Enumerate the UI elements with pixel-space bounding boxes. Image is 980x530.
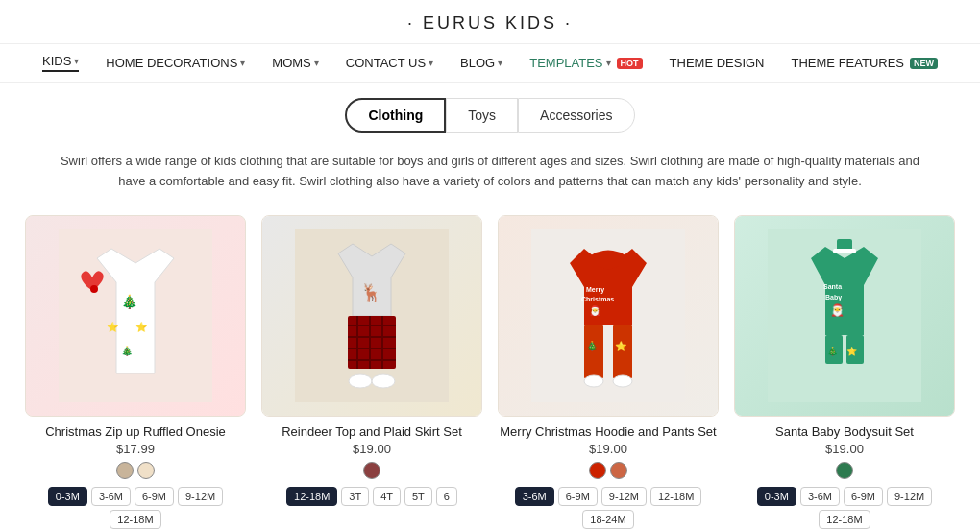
nav-kids[interactable]: KIDS ▾: [42, 54, 79, 72]
svg-point-26: [584, 375, 603, 387]
svg-rect-22: [584, 325, 603, 378]
size-btn-12-18m[interactable]: 12-18M: [819, 510, 870, 529]
hot-badge: HOT: [617, 58, 643, 69]
nav-blog[interactable]: BLOG ▾: [460, 56, 502, 70]
svg-text:⭐: ⭐: [846, 346, 858, 357]
color-dot[interactable]: [363, 462, 380, 479]
size-btn-4t[interactable]: 4T: [373, 487, 401, 506]
nav-templates[interactable]: TEMPLATES ▾ HOT: [529, 56, 642, 70]
color-dot[interactable]: [836, 462, 853, 479]
tab-accessories[interactable]: Accessories: [518, 98, 634, 132]
nav-contact-us[interactable]: CONTACT US ▾: [346, 56, 433, 70]
size-btn-6[interactable]: 6: [436, 487, 457, 506]
size-btn-0-3m[interactable]: 0-3M: [757, 487, 796, 506]
svg-text:🎄: 🎄: [827, 346, 839, 357]
size-btn-3-6m[interactable]: 3-6M: [91, 487, 131, 506]
svg-text:⭐: ⭐: [135, 321, 148, 333]
products-grid: 🎄 ⭐ ⭐ 🎄 Christmas Zip up Ruffled Onesie …: [0, 205, 980, 530]
size-btn-0-3m[interactable]: 0-3M: [48, 487, 87, 506]
category-tabs: Clothing Toys Accessories: [0, 83, 980, 142]
svg-point-16: [349, 374, 372, 388]
tab-toys[interactable]: Toys: [446, 98, 518, 132]
size-options-4: 0-3M 3-6M 6-9M 9-12M 12-18M: [734, 487, 955, 529]
brand-logo: · EURUS KIDS ·: [407, 13, 573, 33]
svg-text:⭐: ⭐: [107, 321, 119, 333]
chevron-icon: ▾: [606, 58, 611, 68]
size-btn-6-9m[interactable]: 6-9M: [558, 487, 598, 506]
product-price-1: $17.99: [25, 442, 246, 456]
svg-text:Baby: Baby: [825, 294, 842, 301]
svg-text:🦌: 🦌: [360, 282, 382, 303]
size-options-2: 12-18M 3T 4T 5T 6: [261, 487, 482, 506]
svg-point-17: [372, 374, 395, 388]
chevron-icon: ▾: [314, 58, 319, 68]
svg-rect-35: [833, 249, 856, 253]
chevron-icon: ▾: [74, 56, 79, 66]
main-nav: KIDS ▾ HOME DECORATIONS ▾ MOMS ▾ CONTACT…: [0, 44, 980, 83]
product-name-1: Christmas Zip up Ruffled Onesie: [25, 424, 246, 439]
nav-theme-features[interactable]: THEME FEATURES NEW: [792, 56, 939, 70]
size-btn-12-18m[interactable]: 12-18M: [110, 510, 160, 529]
size-btn-18-24m[interactable]: 18-24M: [582, 510, 633, 529]
svg-rect-23: [613, 325, 632, 378]
svg-point-27: [613, 375, 632, 387]
svg-text:🎄: 🎄: [586, 340, 599, 352]
color-dot[interactable]: [116, 462, 134, 479]
size-btn-9-12m[interactable]: 9-12M: [178, 487, 223, 506]
product-card-4: Santa Baby 🎅 🎄 ⭐ Santa Baby Bodysuit Set…: [734, 215, 955, 529]
color-swatches-4: [734, 462, 955, 479]
product-name-2: Reindeer Top and Plaid Skirt Set: [261, 424, 482, 439]
svg-text:🎄: 🎄: [121, 294, 138, 310]
svg-text:🎄: 🎄: [121, 345, 134, 357]
size-options-3: 3-6M 6-9M 9-12M 12-18M 18-24M: [498, 487, 719, 529]
svg-text:Christmas: Christmas: [581, 296, 614, 302]
size-options-1: 0-3M 3-6M 6-9M 9-12M 12-18M: [25, 487, 246, 529]
size-btn-6-9m[interactable]: 6-9M: [135, 487, 174, 506]
product-name-4: Santa Baby Bodysuit Set: [734, 424, 955, 439]
nav-home-decorations[interactable]: HOME DECORATIONS ▾: [106, 56, 245, 70]
product-card-3: Merry Christmas 🎅 🎄 ⭐ Merry Christmas Ho…: [498, 215, 719, 529]
size-btn-9-12m[interactable]: 9-12M: [601, 487, 647, 506]
product-price-3: $19.00: [498, 442, 719, 456]
product-image-1: 🎄 ⭐ ⭐ 🎄: [25, 215, 246, 417]
color-swatches-2: [261, 462, 482, 479]
svg-point-5: [90, 285, 98, 293]
header: · EURUS KIDS ·: [0, 0, 980, 44]
size-btn-9-12m[interactable]: 9-12M: [887, 487, 932, 506]
color-swatches-1: [25, 462, 246, 479]
product-image-3: Merry Christmas 🎅 🎄 ⭐: [498, 215, 719, 417]
nav-moms[interactable]: MOMS ▾: [272, 56, 318, 70]
product-card-1: 🎄 ⭐ ⭐ 🎄 Christmas Zip up Ruffled Onesie …: [25, 215, 246, 529]
svg-text:⭐: ⭐: [615, 340, 627, 352]
product-image-4: Santa Baby 🎅 🎄 ⭐: [734, 215, 955, 417]
product-price-2: $19.00: [261, 442, 482, 456]
product-card-2: 🦌 Reindeer Top and P: [261, 215, 482, 529]
size-btn-3-6m[interactable]: 3-6M: [515, 487, 554, 506]
size-btn-6-9m[interactable]: 6-9M: [844, 487, 883, 506]
new-badge: NEW: [910, 58, 938, 69]
svg-text:🎅: 🎅: [589, 304, 601, 317]
nav-theme-design[interactable]: THEME DESIGN: [670, 56, 765, 70]
product-price-4: $19.00: [734, 442, 955, 456]
chevron-icon: ▾: [498, 58, 502, 68]
size-btn-3t[interactable]: 3T: [341, 487, 369, 506]
svg-text:🎅: 🎅: [830, 302, 845, 317]
category-description: Swirl offers a wide range of kids clothi…: [0, 142, 980, 205]
size-btn-12-18m[interactable]: 12-18M: [650, 487, 701, 506]
svg-text:Santa: Santa: [823, 283, 842, 290]
size-btn-3-6m[interactable]: 3-6M: [800, 487, 840, 506]
tab-clothing[interactable]: Clothing: [345, 98, 446, 132]
svg-text:Merry: Merry: [586, 286, 604, 294]
color-swatches-3: [498, 462, 719, 479]
size-btn-12-18m[interactable]: 12-18M: [286, 487, 337, 506]
color-dot[interactable]: [610, 462, 627, 479]
product-name-3: Merry Christmas Hoodie and Pants Set: [498, 424, 719, 439]
color-dot[interactable]: [137, 462, 155, 479]
chevron-icon: ▾: [240, 58, 245, 68]
product-image-2: 🦌: [261, 215, 482, 417]
size-btn-5t[interactable]: 5T: [404, 487, 432, 506]
color-dot[interactable]: [589, 462, 606, 479]
chevron-icon: ▾: [429, 58, 433, 68]
